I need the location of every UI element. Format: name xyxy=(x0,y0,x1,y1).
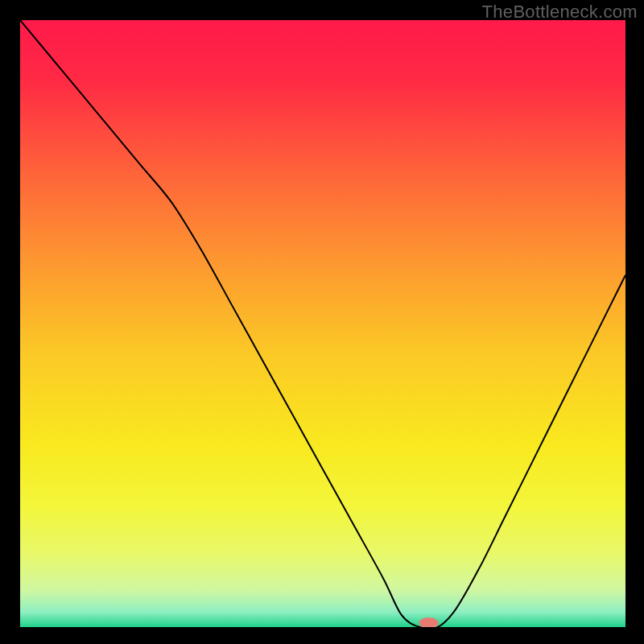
chart-svg xyxy=(20,20,625,627)
watermark-label: TheBottleneck.com xyxy=(482,2,638,23)
chart-background xyxy=(20,20,625,627)
plot-area xyxy=(20,20,625,627)
chart-frame: TheBottleneck.com xyxy=(0,0,644,644)
